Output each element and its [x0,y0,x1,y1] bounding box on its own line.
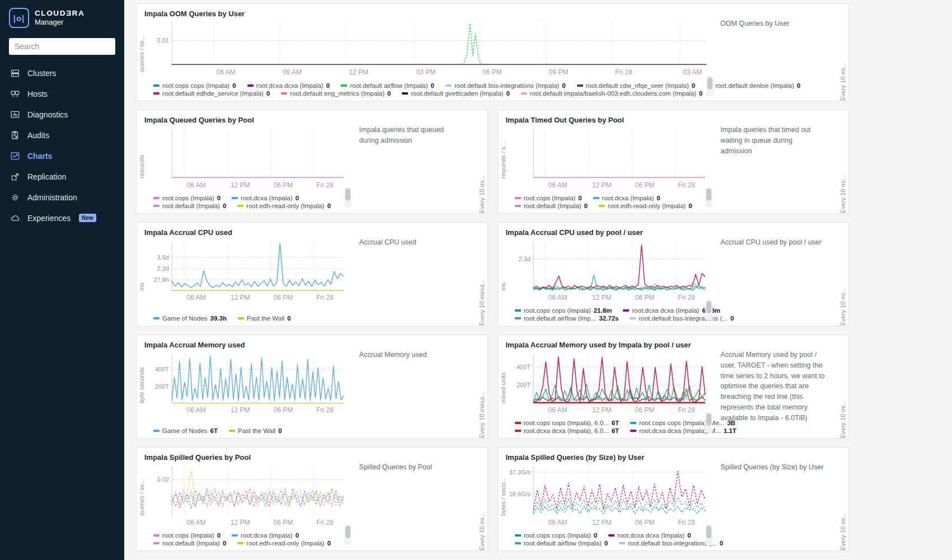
legend-entry[interactable]: root.cops (Impala)0 [515,195,582,201]
legend-entry[interactable]: root.cops cops (Impala), Me...3B [630,420,735,426]
legend-value: 0 [730,315,734,322]
sidebar-item-replication[interactable]: Replication [0,166,124,187]
legend-scrollbar[interactable] [705,412,712,432]
legend-entry[interactable]: root.default edhde_service (Impala)0 [153,90,270,97]
chart-plot[interactable]: 06 AM12 PM06 PMFri 280.02 [146,463,346,529]
legend-entry[interactable]: root.dcxa dcxa (Impala), M...1.1T [630,427,737,434]
legend-entry[interactable]: Game of Nodes39.3h [153,315,227,322]
legend-color-chip [593,197,599,199]
legend-entry[interactable]: root.dcxa (Impala)0 [232,195,299,201]
legend-value: 0 [296,195,299,201]
legend-entry[interactable]: root.edh-read-only (Impala)0 [237,540,331,547]
legend-entry[interactable]: root.cops (Impala)0 [153,532,221,539]
legend-entry[interactable]: root.default (Impala)0 [153,203,226,209]
svg-text:09 AM: 09 AM [283,68,302,76]
scrollbar-thumb[interactable] [345,526,350,538]
legend-value: 1.1T [724,427,737,434]
sidebar-item-diagnostics[interactable]: Diagnostics [0,104,124,125]
legend-entry[interactable]: root.dcxa (Impala)0 [593,195,660,201]
new-badge: New [79,214,96,222]
legend-scrollbar[interactable] [344,187,351,208]
svg-text:Fri 28: Fri 28 [316,294,334,302]
chart-card: Impala Timed Out Queries by Pool request… [498,110,850,214]
sidebar-item-experiences[interactable]: Experiences New [0,208,124,228]
svg-text:06 PM: 06 PM [635,181,654,189]
chart-plot[interactable]: 06 AM12 PM06 PMFri 28400T200T [146,351,346,417]
legend-entry[interactable]: root.cops cops (Impala)0 [515,532,598,539]
sidebar-item-label: Audits [27,131,49,140]
svg-text:200T: 200T [155,383,169,390]
legend-scrollbar[interactable] [344,525,351,545]
legend-entry[interactable]: root.default cdw_nfqe_seer (Impala)0 [577,82,696,89]
legend-scrollbar[interactable] [705,187,712,208]
legend-color-chip [623,309,629,312]
legend-value: 0 [604,540,608,547]
sidebar-item-charts[interactable]: Charts [0,145,124,166]
legend-entry[interactable]: root.default impala/baelish-003.edh.clou… [521,90,703,97]
scrollbar-thumb[interactable] [345,189,350,201]
brand[interactable]: |o| CLOUDƎRA Manager [0,0,124,34]
legend-entry[interactable]: root.cops cops (Impala), 6.0...6T [515,420,620,426]
chart-plot[interactable]: 06 AM12 PM06 PMFri 283.5d2.3d27.8h [146,238,346,304]
legend-entry[interactable]: Past the Wall0 [238,315,291,322]
sidebar-item-label: Diagnostics [27,110,68,119]
sidebar-item-clusters[interactable]: Clusters [0,63,124,83]
legend-entry[interactable]: root.cops (Impala)0 [153,195,221,201]
scrollbar-thumb[interactable] [706,301,711,313]
legend-entry[interactable]: root.dcxa dcxa (Impala)0 [247,82,330,89]
scrollbar-thumb[interactable] [706,413,711,426]
legend-value: 6T [612,427,619,434]
legend-entry[interactable]: root.default (Impala)0 [153,540,226,547]
legend-entry[interactable]: root.edh-read-only (Impala)0 [237,203,331,209]
legend-value: 0 [506,90,509,97]
sidebar-item-hosts[interactable]: Hosts [0,83,124,104]
legend-color-chip [153,430,160,432]
clusters-icon [10,68,20,78]
legend-entry[interactable]: root.cops cops (Impala)0 [153,82,236,89]
legend-scrollbar[interactable] [706,76,714,96]
legend-entry[interactable]: root.default bss-integrations (...0 [630,315,734,322]
chart-plot[interactable]: 06 AM12 PM06 PMFri 2837.3G/s18.6G/s [508,463,707,529]
chart-plot[interactable]: 06 AM12 PM06 PMFri 28 [146,126,346,192]
scrollbar-thumb[interactable] [707,77,712,90]
legend-scrollbar[interactable] [705,525,712,545]
legend-entry[interactable]: root.dcxa dcxa (Impala)0 [608,532,691,539]
legend-entry[interactable]: root.edh-read-only (Impala)0 [599,203,692,209]
legend-entry[interactable]: root.dcxa dcxa (Impala), 6.0...6T [515,427,620,434]
scrollbar-thumb[interactable] [706,526,711,538]
legend-color-chip [515,430,521,432]
legend-entry[interactable]: root.cops cops (Impala)21.8m [515,307,612,314]
chart-plot[interactable]: 06 AM12 PM06 PMFri 282.3d [508,238,707,304]
legend-entry[interactable]: root.default gvetticaden (Impala)0 [402,90,509,97]
chart-plot[interactable]: 06 AM09 AM12 PM03 PM06 PM09 PMFri 2803 A… [146,18,709,79]
legend-entry[interactable]: root.default denloe (Impala)0 [706,82,800,89]
legend-value: 0 [223,540,226,547]
legend-entry[interactable]: root.default airflow (Impala)0 [341,82,434,89]
legend-color-chip [341,84,347,87]
svg-text:06 AM: 06 AM [548,181,567,189]
search-input[interactable] [9,38,115,55]
legend-entry[interactable]: Past the Wall0 [229,427,282,434]
legend-color-chip [515,422,521,424]
sidebar-item-administration[interactable]: Administration [0,187,124,208]
y-axis-label: queries / se... [138,21,145,72]
chart-plot[interactable]: 06 AM12 PM06 PMFri 28400T200T [508,351,707,417]
legend-scrollbar[interactable] [705,300,712,320]
legend-entry[interactable]: root.dcxa (Impala)0 [232,532,299,539]
legend-entry[interactable]: Game of Nodes6T [153,427,218,434]
legend-entry[interactable]: root.default (Impala)0 [515,203,588,209]
svg-text:37.3G/s: 37.3G/s [509,469,531,476]
legend-label: root.cops (Impala) [162,532,214,539]
legend-value: 0 [720,540,723,547]
sidebar-item-audits[interactable]: Audits [0,125,124,145]
svg-text:06 AM: 06 AM [548,294,567,302]
legend-entry[interactable]: root.default airflow (Imp...32.72s [515,315,619,322]
scrollbar-thumb[interactable] [706,189,711,201]
legend-entry[interactable]: root.default eng_metrics (Impala)0 [281,90,391,97]
legend-label: root.default bss-integrations (... [639,315,728,322]
chart-legend: root.cops cops (Impala), 6.0...6Troot.co… [515,420,737,434]
legend-color-chip [153,534,160,537]
chart-plot[interactable]: 06 AM12 PM06 PMFri 28 [508,126,707,192]
legend-entry[interactable]: root.default airflow (Impala)0 [515,540,608,547]
legend-entry[interactable]: root.default bss-integrations (Impala)0 [445,82,566,89]
